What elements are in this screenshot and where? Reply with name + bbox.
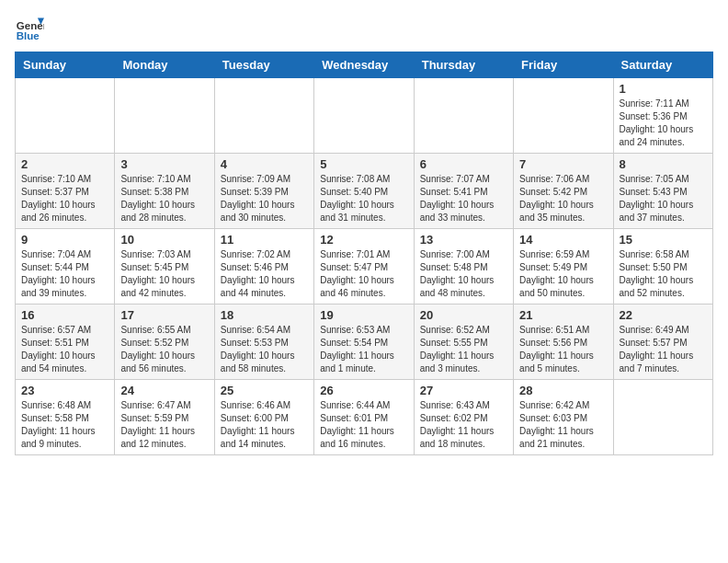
- day-number: 6: [420, 157, 507, 171]
- logo-icon: General Blue: [15, 15, 44, 44]
- day-header-thursday: Thursday: [414, 52, 513, 78]
- calendar-table: SundayMondayTuesdayWednesdayThursdayFrid…: [15, 52, 713, 455]
- calendar-cell: 11Sunrise: 7:02 AM Sunset: 5:46 PM Dayli…: [214, 229, 313, 304]
- day-number: 3: [120, 157, 208, 171]
- day-info: Sunrise: 7:05 AM Sunset: 5:43 PM Dayligh…: [620, 173, 707, 224]
- day-info: Sunrise: 6:48 AM Sunset: 5:58 PM Dayligh…: [21, 399, 108, 451]
- calendar-cell: [115, 78, 214, 154]
- day-header-monday: Monday: [115, 52, 214, 78]
- calendar-cell: 2Sunrise: 7:10 AM Sunset: 5:37 PM Daylig…: [16, 154, 115, 229]
- calendar-cell: 17Sunrise: 6:55 AM Sunset: 5:52 PM Dayli…: [115, 304, 214, 380]
- day-number: 21: [519, 308, 607, 322]
- calendar-cell: 7Sunrise: 7:06 AM Sunset: 5:42 PM Daylig…: [514, 154, 613, 229]
- calendar-cell: 18Sunrise: 6:54 AM Sunset: 5:53 PM Dayli…: [214, 304, 313, 380]
- day-header-wednesday: Wednesday: [314, 52, 414, 78]
- day-number: 17: [120, 308, 208, 322]
- day-info: Sunrise: 6:53 AM Sunset: 5:54 PM Dayligh…: [320, 324, 407, 375]
- calendar-cell: 28Sunrise: 6:42 AM Sunset: 6:03 PM Dayli…: [514, 380, 613, 455]
- day-number: 4: [221, 157, 308, 171]
- calendar-week-5: 23Sunrise: 6:48 AM Sunset: 5:58 PM Dayli…: [16, 380, 713, 455]
- day-info: Sunrise: 6:43 AM Sunset: 6:02 PM Dayligh…: [420, 399, 507, 451]
- day-number: 25: [221, 384, 308, 397]
- calendar-cell: 13Sunrise: 7:00 AM Sunset: 5:48 PM Dayli…: [414, 229, 513, 304]
- calendar-cell: 15Sunrise: 6:58 AM Sunset: 5:50 PM Dayli…: [613, 229, 712, 304]
- calendar-week-2: 2Sunrise: 7:10 AM Sunset: 5:37 PM Daylig…: [16, 154, 713, 229]
- day-info: Sunrise: 7:08 AM Sunset: 5:40 PM Dayligh…: [320, 173, 407, 224]
- calendar-cell: 4Sunrise: 7:09 AM Sunset: 5:39 PM Daylig…: [214, 154, 313, 229]
- calendar-cell: 20Sunrise: 6:52 AM Sunset: 5:55 PM Dayli…: [414, 304, 513, 380]
- day-info: Sunrise: 7:10 AM Sunset: 5:37 PM Dayligh…: [21, 173, 108, 224]
- day-number: 28: [519, 384, 607, 397]
- day-info: Sunrise: 7:07 AM Sunset: 5:41 PM Dayligh…: [420, 173, 507, 224]
- day-number: 16: [21, 308, 108, 322]
- calendar-header-row: SundayMondayTuesdayWednesdayThursdayFrid…: [16, 52, 713, 78]
- day-info: Sunrise: 7:02 AM Sunset: 5:46 PM Dayligh…: [221, 248, 308, 300]
- day-number: 26: [320, 384, 407, 397]
- day-number: 13: [420, 233, 507, 247]
- calendar-cell: 6Sunrise: 7:07 AM Sunset: 5:41 PM Daylig…: [414, 154, 513, 229]
- day-info: Sunrise: 6:44 AM Sunset: 6:01 PM Dayligh…: [320, 399, 407, 451]
- calendar-cell: [314, 78, 414, 154]
- day-number: 27: [420, 384, 507, 397]
- calendar-cell: 5Sunrise: 7:08 AM Sunset: 5:40 PM Daylig…: [314, 154, 414, 229]
- day-info: Sunrise: 7:11 AM Sunset: 5:36 PM Dayligh…: [620, 98, 707, 149]
- day-number: 20: [420, 308, 507, 322]
- day-info: Sunrise: 6:59 AM Sunset: 5:49 PM Dayligh…: [519, 248, 607, 300]
- calendar-cell: 19Sunrise: 6:53 AM Sunset: 5:54 PM Dayli…: [314, 304, 414, 380]
- day-number: 8: [620, 157, 707, 171]
- day-number: 14: [519, 233, 607, 247]
- calendar-cell: 23Sunrise: 6:48 AM Sunset: 5:58 PM Dayli…: [16, 380, 115, 455]
- calendar-cell: 9Sunrise: 7:04 AM Sunset: 5:44 PM Daylig…: [16, 229, 115, 304]
- day-number: 24: [120, 384, 208, 397]
- day-number: 1: [620, 82, 707, 96]
- day-number: 2: [21, 157, 108, 171]
- day-info: Sunrise: 7:04 AM Sunset: 5:44 PM Dayligh…: [21, 248, 108, 300]
- calendar-week-1: 1Sunrise: 7:11 AM Sunset: 5:36 PM Daylig…: [16, 78, 713, 154]
- calendar-cell: 14Sunrise: 6:59 AM Sunset: 5:49 PM Dayli…: [514, 229, 613, 304]
- day-info: Sunrise: 6:49 AM Sunset: 5:57 PM Dayligh…: [620, 324, 707, 375]
- calendar-cell: 22Sunrise: 6:49 AM Sunset: 5:57 PM Dayli…: [613, 304, 712, 380]
- calendar-cell: [414, 78, 513, 154]
- day-info: Sunrise: 6:52 AM Sunset: 5:55 PM Dayligh…: [420, 324, 507, 375]
- calendar-cell: [214, 78, 313, 154]
- day-number: 10: [120, 233, 208, 247]
- day-header-sunday: Sunday: [16, 52, 115, 78]
- calendar-cell: 16Sunrise: 6:57 AM Sunset: 5:51 PM Dayli…: [16, 304, 115, 380]
- day-info: Sunrise: 6:42 AM Sunset: 6:03 PM Dayligh…: [519, 399, 607, 451]
- day-info: Sunrise: 6:51 AM Sunset: 5:56 PM Dayligh…: [519, 324, 607, 375]
- calendar-cell: 27Sunrise: 6:43 AM Sunset: 6:02 PM Dayli…: [414, 380, 513, 455]
- day-number: 11: [221, 233, 308, 247]
- day-number: 7: [519, 157, 607, 171]
- day-info: Sunrise: 6:55 AM Sunset: 5:52 PM Dayligh…: [120, 324, 208, 375]
- day-number: 12: [320, 233, 407, 247]
- calendar-cell: 10Sunrise: 7:03 AM Sunset: 5:45 PM Dayli…: [115, 229, 214, 304]
- day-number: 5: [320, 157, 407, 171]
- day-info: Sunrise: 6:57 AM Sunset: 5:51 PM Dayligh…: [21, 324, 108, 375]
- calendar-cell: 8Sunrise: 7:05 AM Sunset: 5:43 PM Daylig…: [613, 154, 712, 229]
- page-header: General Blue: [15, 15, 713, 44]
- calendar-cell: 25Sunrise: 6:46 AM Sunset: 6:00 PM Dayli…: [214, 380, 313, 455]
- day-info: Sunrise: 6:54 AM Sunset: 5:53 PM Dayligh…: [221, 324, 308, 375]
- day-info: Sunrise: 7:06 AM Sunset: 5:42 PM Dayligh…: [519, 173, 607, 224]
- calendar-cell: 26Sunrise: 6:44 AM Sunset: 6:01 PM Dayli…: [314, 380, 414, 455]
- day-number: 15: [620, 233, 707, 247]
- calendar-week-4: 16Sunrise: 6:57 AM Sunset: 5:51 PM Dayli…: [16, 304, 713, 380]
- calendar-cell: 21Sunrise: 6:51 AM Sunset: 5:56 PM Dayli…: [514, 304, 613, 380]
- day-info: Sunrise: 7:10 AM Sunset: 5:38 PM Dayligh…: [120, 173, 208, 224]
- day-info: Sunrise: 6:47 AM Sunset: 5:59 PM Dayligh…: [120, 399, 208, 451]
- day-number: 9: [21, 233, 108, 247]
- day-info: Sunrise: 7:01 AM Sunset: 5:47 PM Dayligh…: [320, 248, 407, 300]
- calendar-cell: 12Sunrise: 7:01 AM Sunset: 5:47 PM Dayli…: [314, 229, 414, 304]
- calendar-week-3: 9Sunrise: 7:04 AM Sunset: 5:44 PM Daylig…: [16, 229, 713, 304]
- day-info: Sunrise: 6:46 AM Sunset: 6:00 PM Dayligh…: [221, 399, 308, 451]
- day-info: Sunrise: 7:00 AM Sunset: 5:48 PM Dayligh…: [420, 248, 507, 300]
- day-number: 22: [620, 308, 707, 322]
- logo: General Blue: [15, 15, 44, 44]
- day-info: Sunrise: 7:09 AM Sunset: 5:39 PM Dayligh…: [221, 173, 308, 224]
- calendar-cell: [16, 78, 115, 154]
- day-info: Sunrise: 7:03 AM Sunset: 5:45 PM Dayligh…: [120, 248, 208, 300]
- day-number: 23: [21, 384, 108, 397]
- svg-text:Blue: Blue: [17, 30, 40, 41]
- day-number: 19: [320, 308, 407, 322]
- day-header-saturday: Saturday: [613, 52, 712, 78]
